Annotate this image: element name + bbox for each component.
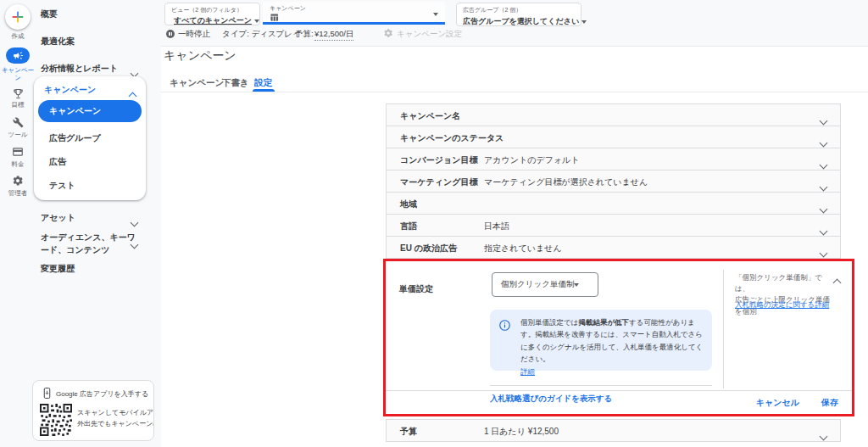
panel-label: EU の政治広告 (400, 243, 457, 254)
chevron-down-icon (821, 427, 826, 443)
panel-value: 指定されていません (484, 243, 562, 254)
cancel-button[interactable]: キャンセル (756, 397, 799, 409)
panel-label: キャンペーンのステータス (400, 132, 504, 144)
rail-label-goals: 目標 (0, 101, 36, 109)
campaign-type-text: タイプ: ディスプレイ (222, 29, 301, 40)
mobile-app-promo-card[interactable]: Google 広告アプリを入手する (32, 380, 154, 441)
chevron-down-icon (131, 214, 137, 229)
billing-card-icon (12, 146, 24, 158)
tab-divider (161, 92, 868, 92)
panel-marketing-objective[interactable]: マーケティング目標 マーケティング目標が選択されていません (386, 170, 841, 193)
caret-down-icon (581, 20, 587, 24)
save-button[interactable]: 保存 (821, 397, 838, 409)
rail-item-admin[interactable] (0, 175, 36, 187)
panel-value: アカウントのデフォルト (484, 154, 580, 166)
panel-campaign-name[interactable]: キャンペーン名 (386, 103, 841, 126)
table-icon (270, 13, 279, 22)
caret-down-icon (574, 283, 579, 287)
rail-label-admin: 管理者 (0, 189, 36, 197)
tab-drafts[interactable]: 下書き (222, 77, 249, 89)
trophy-icon (12, 87, 25, 100)
view-filter-value: すべてのキャンペーン (174, 15, 252, 26)
plus-icon (10, 9, 25, 25)
bidding-label: 単価設定 (399, 283, 433, 295)
rail-item-tools[interactable] (0, 117, 36, 128)
campaign-nav-card: キャンペーン キャンペーン 広告グループ 広告 テスト (34, 76, 146, 200)
campaign-status-text[interactable]: 一時停止 (178, 29, 210, 40)
panel-eu-political-ads[interactable]: EU の政治広告 指定されていません (386, 236, 841, 259)
chevron-up-icon[interactable] (834, 274, 840, 289)
caret-down-icon (254, 20, 259, 23)
rail-label-tools: ツール (0, 131, 36, 138)
sidebar-item-recommendations[interactable]: 最適化案 (41, 36, 75, 47)
info-icon (498, 319, 511, 332)
phone-download-icon (42, 387, 53, 400)
rail-item-campaigns[interactable] (6, 47, 30, 64)
panel-languages[interactable]: 言語 日本語 (386, 214, 841, 237)
paused-status-icon (166, 30, 175, 38)
panel-value: 日本語 (484, 221, 509, 232)
ad-group-picker-value: 広告グループを選択してください (463, 16, 579, 27)
vertical-divider (723, 270, 724, 388)
tab-settings[interactable]: 設定 (254, 77, 272, 89)
campaign-picker-field[interactable]: キャンペーン (263, 2, 445, 25)
rail-label-campaigns: キャンペーン (0, 66, 36, 82)
panel-label: 地域 (400, 198, 417, 210)
panel-label: マーケティング目標 (400, 176, 477, 188)
ad-group-picker-dropdown[interactable]: 広告グループ（2 個） 広告グループを選択してください (456, 3, 581, 26)
wrench-icon (13, 117, 24, 128)
budget-value[interactable]: ¥12,500/日 (314, 29, 353, 41)
gear-icon (12, 175, 24, 187)
panel-locations[interactable]: 地域 (386, 192, 841, 215)
rail-item-billing[interactable] (0, 146, 36, 158)
panel-value: 1 日あたり ¥12,500 (484, 426, 559, 438)
settings-gear-icon (383, 28, 393, 38)
chevron-down-icon (821, 244, 826, 260)
sidebar-group-campaigns[interactable]: キャンペーン (44, 84, 96, 96)
tab-campaigns[interactable]: キャンペーン (170, 77, 224, 89)
bid-strategy-details-link[interactable]: 入札戦略の決定に関する詳細 (735, 300, 829, 310)
bid-strategy-value: 個別クリック単価制 (501, 279, 574, 290)
sidebar-item-assets[interactable]: アセット (41, 212, 75, 224)
panel-value: マーケティング目標が選択されていません (484, 176, 648, 188)
bidding-warning-box: 個別単価設定では掲載結果が低下する可能性があります。掲載結果を改善するには、スマ… (490, 310, 712, 371)
campaign-picker-label: キャンペーン (270, 4, 438, 13)
google-ads-app: 作成 キャンペーン 目標 ツール 料金 (0, 0, 868, 447)
panel-bidding-expanded: 単価設定 個別クリック単価制 個別単価設定では掲載結果が低下する可能性があります… (383, 259, 854, 416)
sidebar-item-campaigns-selected[interactable]: キャンペーン (38, 100, 142, 122)
create-label: 作成 (0, 32, 36, 40)
sidebar-item-insights[interactable]: 分析情報とレポート (41, 63, 118, 75)
rail-item-goals[interactable] (0, 87, 36, 100)
campaign-settings-link[interactable]: キャンペーン設定 (397, 29, 462, 40)
view-filter-label: ビュー（2 個のフィルタ） (171, 6, 253, 14)
sidebar-item-experiments[interactable]: テスト (49, 180, 75, 192)
caret-down-icon (433, 13, 438, 16)
bidding-warning-text: 個別単価設定では掲載結果が低下する可能性があります。掲載結果を改善するには、スマ… (520, 316, 705, 377)
rail-label-billing: 料金 (0, 160, 36, 168)
panel-label: 予算 (400, 426, 417, 438)
panel-campaign-status[interactable]: キャンペーンのステータス (386, 126, 841, 148)
page-title: キャンペーン (164, 48, 236, 64)
sidebar-item-ads[interactable]: 広告 (49, 156, 66, 168)
megaphone-icon (13, 50, 24, 61)
promo-line-2: 外出先でもキャンペーンの最 (77, 419, 154, 428)
sidebar-item-audiences[interactable]: オーディエンス、キーワード、コンテンツ (41, 231, 136, 256)
left-navigation: 作成 キャンペーン 目標 ツール 料金 (0, 0, 161, 447)
panel-label: キャンペーン名 (400, 110, 460, 122)
sidebar-item-ad-groups[interactable]: 広告グループ (49, 132, 101, 144)
promo-title: Google 広告アプリを入手する (56, 389, 148, 399)
promo-line-1: スキャンしてモバイルアプリを (77, 408, 154, 417)
chevron-down-icon (131, 236, 137, 251)
panel-conversion-goals[interactable]: コンバージョン目標 アカウントのデフォルト (386, 148, 841, 170)
ad-group-picker-label: 広告グループ（2 個） (463, 6, 575, 14)
panel-budget[interactable]: 予算 1 日あたり ¥12,500 (386, 419, 841, 442)
create-button[interactable] (5, 4, 31, 30)
sidebar-item-change-history[interactable]: 変更履歴 (41, 263, 75, 275)
panel-label: 言語 (400, 221, 417, 232)
warning-details-link[interactable]: 詳細 (520, 366, 705, 377)
qr-code (40, 404, 72, 436)
bidding-action-bar: キャンセル 保存 (386, 390, 852, 414)
bid-strategy-select[interactable]: 個別クリック単価制 (492, 272, 598, 297)
view-filter-dropdown[interactable]: ビュー（2 個のフィルタ） すべてのキャンペーン (164, 3, 260, 25)
sidebar-item-overview[interactable]: 概要 (41, 8, 58, 20)
